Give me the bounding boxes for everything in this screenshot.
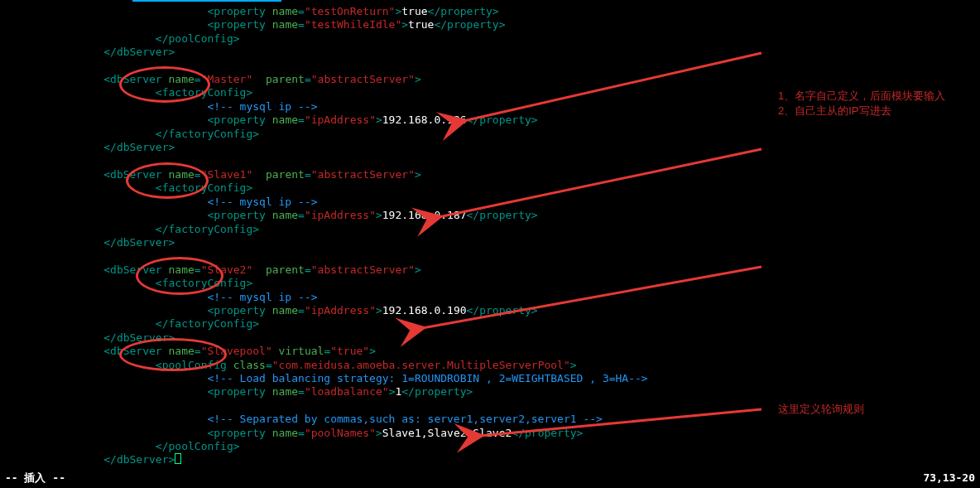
code-line[interactable]: <!-- mysql ip --> bbox=[0, 291, 980, 304]
code-line[interactable]: <poolConfig class="com.meidusa.amoeba.se… bbox=[0, 359, 980, 372]
code-line[interactable]: <dbServer name="Slave2" parent="abstract… bbox=[0, 263, 980, 277]
code-line[interactable]: <property name="poolNames">Slave1,Slave2… bbox=[0, 427, 980, 440]
code-line[interactable]: </dbServer> bbox=[0, 141, 980, 154]
code-line[interactable]: <factoryConfig> bbox=[0, 181, 980, 195]
code-line[interactable]: </dbServer> bbox=[0, 236, 980, 249]
vim-status-bar: -- 插入 -- 73,13-20 bbox=[5, 471, 975, 485]
code-line[interactable]: <!-- Load balancing strategy: 1=ROUNDROB… bbox=[0, 372, 980, 385]
code-line[interactable]: <!-- mysql ip --> bbox=[0, 196, 980, 209]
code-line[interactable]: </poolConfig> bbox=[0, 32, 980, 46]
code-line[interactable]: </dbServer> bbox=[0, 46, 980, 59]
vim-position: 73,13-20 bbox=[923, 471, 975, 485]
code-line[interactable]: </dbServer> bbox=[0, 331, 980, 345]
code-editor[interactable]: <property name="testOnReturn">true</prop… bbox=[0, 5, 980, 467]
code-line[interactable]: <dbServer name="Master" parent="abstract… bbox=[0, 73, 980, 86]
annotation-note-3: 这里定义轮询规则 bbox=[778, 403, 864, 416]
code-line[interactable]: </factoryConfig> bbox=[0, 128, 980, 141]
code-line[interactable] bbox=[0, 60, 980, 73]
code-line[interactable]: <property name="ipAddress">192.168.0.187… bbox=[0, 209, 980, 222]
code-line[interactable]: </factoryConfig> bbox=[0, 317, 980, 331]
code-line[interactable] bbox=[0, 249, 980, 263]
annotation-note-2: 2、自己主从的IP写进去 bbox=[778, 104, 891, 118]
code-line[interactable]: <factoryConfig> bbox=[0, 277, 980, 290]
code-line[interactable]: <property name="testWhileIdle">true</pro… bbox=[0, 18, 980, 31]
code-line[interactable]: <property name="testOnReturn">true</prop… bbox=[0, 5, 980, 18]
code-line[interactable]: <dbServer name="Slavepool" virtual="true… bbox=[0, 345, 980, 358]
code-line[interactable]: <property name="ipAddress">192.168.0.190… bbox=[0, 304, 980, 317]
vim-mode: -- 插入 -- bbox=[5, 471, 65, 485]
code-line[interactable]: <property name="loadbalance">1</property… bbox=[0, 385, 980, 399]
code-line[interactable]: </factoryConfig> bbox=[0, 223, 980, 236]
annotation-note-1: 1、名字自己定义，后面模块要输入 bbox=[778, 89, 945, 103]
tab-highlight bbox=[132, 0, 281, 2]
code-line[interactable]: </dbServer> bbox=[0, 453, 980, 466]
code-line[interactable]: </poolConfig> bbox=[0, 440, 980, 453]
code-line[interactable]: <dbServer name="Slave1" parent="abstract… bbox=[0, 168, 980, 181]
code-line[interactable] bbox=[0, 154, 980, 167]
cursor bbox=[175, 453, 181, 464]
